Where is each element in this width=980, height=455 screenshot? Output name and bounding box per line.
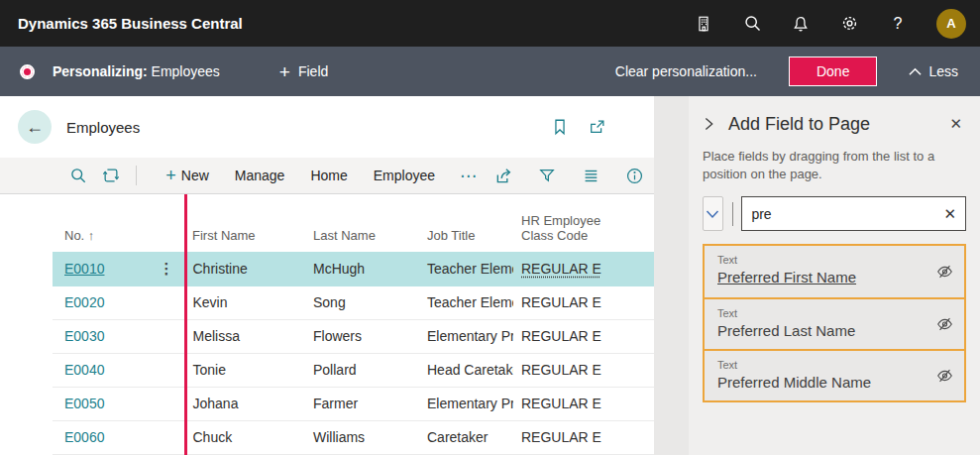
employee-no-link[interactable]: E0020 xyxy=(64,294,104,310)
cell-last-name: Farmer xyxy=(305,387,419,420)
add-field-panel: Add Field to Page ✕ Place fields by drag… xyxy=(689,96,980,455)
menu-item-home[interactable]: Home xyxy=(297,168,360,183)
cell-first-name: Johana xyxy=(184,387,305,420)
cell-hr-class-code: REGULAR E xyxy=(513,252,654,285)
cell-first-name: Melissa xyxy=(184,319,305,353)
topbar-icons: ? A xyxy=(694,9,966,39)
back-button[interactable]: ← xyxy=(18,110,52,144)
mode-label: Personalizing: xyxy=(53,63,148,79)
toolbar-right-icons xyxy=(493,166,644,185)
column-header-last-name[interactable]: Last Name xyxy=(305,194,419,252)
cell-hr-class-code: REGULAR E xyxy=(513,285,654,319)
info-icon[interactable] xyxy=(624,166,644,185)
row-menu-icon[interactable]: ⋮ xyxy=(160,260,174,278)
table-row[interactable]: E0030 Melissa Flowers Elementary Prin...… xyxy=(53,319,654,353)
avatar[interactable]: A xyxy=(936,9,966,39)
clear-personalization-link[interactable]: Clear personalization... xyxy=(615,63,757,79)
table-row[interactable]: E0050 Johana Farmer Elementary Prin... R… xyxy=(53,387,654,420)
chevron-right-icon[interactable] xyxy=(703,115,715,133)
settings-gear-icon[interactable] xyxy=(839,14,859,34)
add-field-label: Field xyxy=(298,63,328,79)
view-switcher-icon[interactable] xyxy=(102,166,121,185)
cell-last-name: McHugh xyxy=(305,252,419,285)
table-row[interactable]: E0020 Kevin Song Teacher Element... REGU… xyxy=(53,285,654,319)
notifications-bell-icon[interactable] xyxy=(791,14,811,34)
less-toggle[interactable]: Less xyxy=(909,63,958,79)
field-search-input[interactable] xyxy=(742,206,934,222)
cell-first-name: Christine xyxy=(184,252,305,285)
plus-icon: + xyxy=(165,167,176,184)
field-name-label: Preferred First Name xyxy=(717,269,926,285)
clear-search-icon[interactable]: ✕ xyxy=(934,205,965,223)
cell-first-name: Tonie xyxy=(184,353,305,387)
table-row[interactable]: E0040 Tonie Pollard Head Caretaker REGUL… xyxy=(53,353,654,387)
cell-job-title: Elementary Prin... xyxy=(419,387,513,420)
search-icon[interactable] xyxy=(742,14,762,34)
cell-last-name: Pollard xyxy=(305,353,419,387)
show-list-icon[interactable] xyxy=(581,166,600,185)
page-header: ← Employees xyxy=(0,96,654,158)
table-row[interactable]: E0010⋮ Christine McHugh Teacher Element.… xyxy=(53,252,654,285)
field-search-box: ✕ xyxy=(741,196,966,231)
cell-hr-class-code: REGULAR E xyxy=(513,420,654,454)
filter-icon[interactable] xyxy=(537,166,557,185)
plus-icon: + xyxy=(279,62,290,81)
add-field-button[interactable]: + Field xyxy=(279,62,328,81)
employee-no-link[interactable]: E0050 xyxy=(64,396,104,411)
open-in-new-window-icon[interactable] xyxy=(589,118,606,136)
hidden-eye-slash-icon[interactable] xyxy=(936,368,953,385)
table-header-row: No. ↑ First Name Last Name Job Title HR … xyxy=(53,194,654,252)
employees-list-page: ← Employees xyxy=(0,96,654,455)
table-row[interactable]: E0060 Chuck Williams Caretaker REGULAR E xyxy=(53,420,654,454)
search-list-icon[interactable] xyxy=(69,166,88,185)
field-list-item[interactable]: Text Preferred Last Name xyxy=(705,297,964,349)
cell-job-title: Teacher Element... xyxy=(419,285,513,319)
cell-hr-class-code: REGULAR E xyxy=(513,353,654,387)
employee-no-link[interactable]: E0040 xyxy=(64,362,104,378)
personalizing-label: Personalizing: Employees xyxy=(53,63,220,79)
field-list-item[interactable]: Text Preferred Middle Name xyxy=(705,349,964,400)
company-icon[interactable] xyxy=(694,14,713,34)
sort-ascending-icon: ↑ xyxy=(88,228,95,243)
menu-item-new[interactable]: + New xyxy=(153,167,222,184)
column-header-job-title[interactable]: Job Title xyxy=(419,194,513,252)
cell-job-title: Elementary Prin... xyxy=(419,319,513,353)
app-header: Dynamics 365 Business Central xyxy=(0,0,980,47)
panel-title: Add Field to Page xyxy=(728,114,945,135)
available-fields-list: Text Preferred First Name Text Preferred… xyxy=(703,244,966,402)
page-header-icons xyxy=(551,118,606,136)
cell-job-title: Head Caretaker xyxy=(419,353,513,387)
help-icon[interactable]: ? xyxy=(888,14,908,34)
employee-no-link[interactable]: E0030 xyxy=(64,328,104,344)
cell-job-title: Teacher Element... xyxy=(419,252,513,285)
cell-job-title: Caretaker xyxy=(419,420,513,454)
employee-no-link[interactable]: E0060 xyxy=(64,429,104,445)
personalizing-indicator-icon xyxy=(20,64,35,79)
field-type-label: Text xyxy=(717,359,926,371)
panel-controls: ✕ xyxy=(703,196,966,231)
cell-hr-class-code: REGULAR E xyxy=(513,387,654,420)
close-icon[interactable]: ✕ xyxy=(945,113,966,135)
field-name-label: Preferred Middle Name xyxy=(717,374,926,391)
employees-table: No. ↑ First Name Last Name Job Title HR … xyxy=(0,194,654,455)
more-options-icon[interactable]: ⋯ xyxy=(448,166,490,186)
menu-item-manage[interactable]: Manage xyxy=(222,168,298,183)
menu-item-employee[interactable]: Employee xyxy=(361,168,448,183)
app-title[interactable]: Dynamics 365 Business Central xyxy=(18,15,243,32)
action-toolbar: + New Manage Home Employee ⋯ xyxy=(0,158,654,194)
column-header-hr-class-code[interactable]: HR EmployeeClass Code xyxy=(513,194,654,252)
share-icon[interactable] xyxy=(493,166,513,185)
column-header-first-name[interactable]: First Name xyxy=(184,194,305,252)
field-list-item[interactable]: Text Preferred First Name xyxy=(705,246,964,297)
employee-no-link[interactable]: E0010 xyxy=(64,261,104,277)
hidden-eye-slash-icon[interactable] xyxy=(936,264,953,281)
done-button[interactable]: Done xyxy=(789,57,877,86)
panel-header: Add Field to Page ✕ xyxy=(703,113,966,135)
cell-last-name: Williams xyxy=(305,420,419,454)
cell-last-name: Song xyxy=(305,285,419,319)
column-header-no[interactable]: No. ↑ xyxy=(53,194,184,252)
bookmark-icon[interactable] xyxy=(551,118,569,136)
field-filter-dropdown[interactable] xyxy=(703,196,723,231)
hidden-eye-slash-icon[interactable] xyxy=(936,316,953,333)
field-type-label: Text xyxy=(717,254,926,266)
